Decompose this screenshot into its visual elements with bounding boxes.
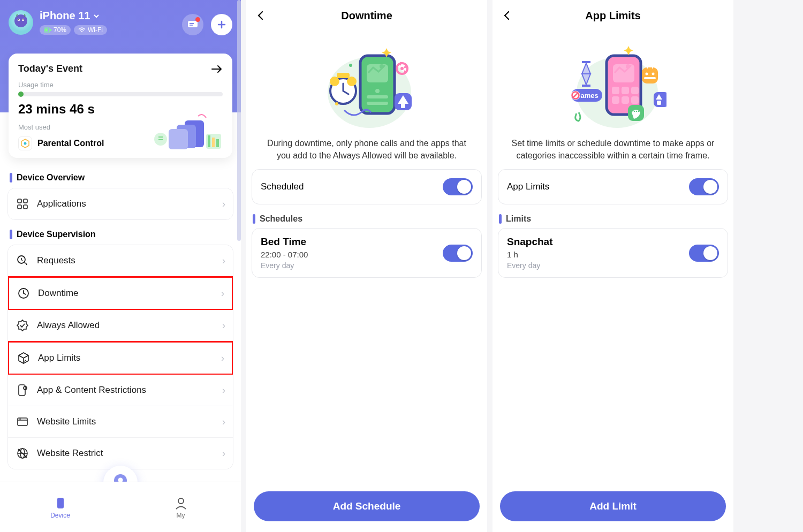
scheduled-toggle-panel: Scheduled <box>252 169 482 204</box>
back-button[interactable] <box>499 7 515 24</box>
chevron-right-icon: › <box>222 255 225 267</box>
applimits-toggle-panel: App Limits <box>498 169 728 204</box>
device-name-label: iPhone 11 <box>40 10 90 22</box>
applimits-desc: Set time limits or schedule downtime to … <box>493 137 733 162</box>
add-device-button[interactable] <box>211 14 232 35</box>
applimits-hero: Games <box>493 42 733 133</box>
svg-rect-75 <box>582 85 590 87</box>
svg-rect-63 <box>612 87 619 94</box>
svg-rect-11 <box>190 25 193 26</box>
chevron-right-icon: › <box>221 288 224 299</box>
svg-rect-48 <box>367 102 388 105</box>
svg-point-58 <box>335 102 338 105</box>
svg-rect-68 <box>631 96 639 104</box>
supervision-item-always-allowed[interactable]: Always Allowed› <box>8 310 233 341</box>
applimits-toggle[interactable] <box>689 178 719 195</box>
usage-progress <box>18 92 223 96</box>
svg-rect-21 <box>158 136 163 138</box>
svg-point-50 <box>330 77 339 86</box>
svg-rect-61 <box>613 64 634 82</box>
chevron-right-icon: › <box>222 199 225 210</box>
nav-my[interactable]: My <box>120 482 241 532</box>
arrow-right-icon <box>211 65 223 73</box>
person-icon <box>173 496 188 511</box>
nav-device[interactable]: Device <box>0 482 120 532</box>
scrollbar[interactable] <box>237 0 241 241</box>
svg-rect-15 <box>169 129 188 149</box>
most-used-app-icon <box>18 136 32 150</box>
svg-point-62 <box>626 64 630 69</box>
notification-badge <box>195 17 200 22</box>
svg-rect-54 <box>401 104 405 108</box>
back-button[interactable] <box>253 7 269 24</box>
device-selector[interactable]: iPhone 11 <box>40 10 107 22</box>
downtime-hero <box>246 42 487 133</box>
svg-point-51 <box>347 77 357 86</box>
svg-rect-9 <box>188 21 198 27</box>
svg-point-34 <box>20 419 21 420</box>
battery-pill: 70% <box>40 25 71 35</box>
chevron-left-icon <box>502 11 512 20</box>
svg-rect-76 <box>642 67 658 83</box>
svg-rect-64 <box>622 87 629 94</box>
add-schedule-button[interactable]: Add Schedule <box>254 491 480 521</box>
supervision-item-app-content-restrictions[interactable]: App & Content Restrictions› <box>8 375 233 406</box>
supervision-item-requests[interactable]: Requests› <box>8 245 233 277</box>
bottom-nav: Device My <box>0 482 241 532</box>
limits-head: Limits <box>499 214 727 224</box>
svg-point-12 <box>24 142 27 145</box>
downtime-title: Downtime <box>341 10 392 22</box>
scheduled-toggle[interactable] <box>443 178 473 195</box>
battery-icon <box>44 27 51 33</box>
supervision-item-downtime[interactable]: Downtime› <box>7 276 233 310</box>
scheduled-label: Scheduled <box>261 181 304 192</box>
chevron-right-icon: › <box>222 448 225 459</box>
svg-rect-26 <box>24 205 27 209</box>
svg-point-77 <box>646 73 648 75</box>
wifi-icon <box>78 27 86 33</box>
plus-icon <box>217 20 226 29</box>
svg-rect-19 <box>216 139 219 147</box>
add-limit-button[interactable]: Add Limit <box>500 491 726 521</box>
schedule-item[interactable]: Bed Time 22:00 - 07:00 Every day <box>252 228 482 278</box>
limit-toggle[interactable] <box>689 245 719 262</box>
requests-icon <box>16 254 29 268</box>
svg-point-56 <box>400 67 404 70</box>
today-event-card[interactable]: Today's Event Usage time 23 mins 46 s Mo… <box>9 54 232 158</box>
app-limits-screen: App Limits Games Set time limits or sche… <box>493 0 733 532</box>
applimits-topbar: App Limits <box>493 0 733 31</box>
svg-rect-10 <box>190 23 194 24</box>
limit-freq: Every day <box>507 261 553 270</box>
badge-icon <box>16 318 29 332</box>
downtime-screen: Downtime During downtime, only phone cal… <box>246 0 487 532</box>
svg-rect-83 <box>657 101 661 105</box>
phone-gear-icon <box>16 383 29 397</box>
svg-point-3 <box>18 19 19 20</box>
applimits-title: App Limits <box>585 10 640 22</box>
device-overview-head: Device Overview <box>10 173 231 183</box>
schedule-toggle[interactable] <box>443 245 473 262</box>
schedule-freq: Every day <box>261 261 308 270</box>
supervision-item-app-limits[interactable]: App Limits› <box>7 341 233 375</box>
svg-rect-23 <box>18 199 21 203</box>
applications-item[interactable]: Applications › <box>8 188 233 219</box>
svg-point-46 <box>375 89 380 93</box>
svg-point-8 <box>81 31 82 32</box>
svg-rect-65 <box>631 87 639 94</box>
limit-item[interactable]: Snapchat 1 h Every day <box>498 228 728 278</box>
svg-rect-66 <box>612 96 619 104</box>
wifi-pill: Wi-Fi <box>74 25 107 35</box>
cube-icon <box>17 351 31 365</box>
svg-rect-24 <box>24 199 27 203</box>
downtime-topbar: Downtime <box>246 0 487 31</box>
applimits-toggle-label: App Limits <box>507 181 549 192</box>
svg-point-41 <box>178 498 184 504</box>
profile-avatar[interactable] <box>9 10 33 35</box>
svg-point-57 <box>349 64 352 67</box>
supervision-item-website-restrict[interactable]: Website Restrict› <box>8 438 233 469</box>
messages-button[interactable] <box>182 14 203 35</box>
svg-rect-40 <box>57 498 64 508</box>
chevron-right-icon: › <box>222 385 225 396</box>
svg-point-87 <box>638 111 640 112</box>
supervision-item-website-limits[interactable]: Website Limits› <box>8 406 233 438</box>
